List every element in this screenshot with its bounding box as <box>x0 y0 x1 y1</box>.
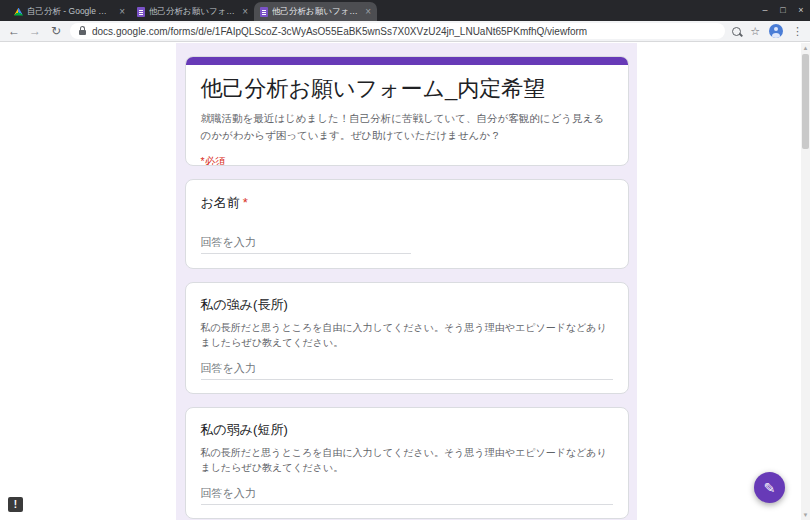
scroll-down-icon[interactable]: ▼ <box>801 510 810 520</box>
profile-avatar[interactable] <box>769 24 783 38</box>
tab-close-icon[interactable]: × <box>242 7 248 17</box>
tab-bar: 自己分析 - Google ドライブ × 他己分析お願いフォーム_内定希望 × … <box>0 0 810 21</box>
lock-icon <box>79 30 86 35</box>
tab-label: 自己分析 - Google ドライブ <box>27 6 115 18</box>
toolbar-actions: ☆ ⋮ <box>732 24 803 38</box>
question-label: お名前 <box>201 195 240 210</box>
question-label: 私の強み(長所) <box>201 296 613 314</box>
question-label: 私の弱み(短所) <box>201 421 613 439</box>
tab-close-icon[interactable]: × <box>365 7 371 17</box>
bookmark-star-icon[interactable]: ☆ <box>750 26 760 37</box>
question-card-weaknesses: 私の弱み(短所) 私の長所だと思うところを自由に入力してください。そう思う理由や… <box>185 407 629 519</box>
reload-icon[interactable]: ↻ <box>49 25 63 37</box>
alert-icon: ! <box>14 499 17 510</box>
back-icon[interactable]: ← <box>7 25 21 37</box>
required-asterisk: * <box>243 195 248 210</box>
scroll-up-icon[interactable]: ▲ <box>801 43 810 53</box>
form-description: 就職活動を最近はじめました！自己分析に苦戦していて、自分が客観的にどう見えるのか… <box>201 110 613 143</box>
page-content: 他己分析お願いフォーム_内定希望 就職活動を最近はじめました！自己分析に苦戦して… <box>0 43 810 520</box>
scrollbar-thumb[interactable] <box>802 54 809 149</box>
browser-window: 自己分析 - Google ドライブ × 他己分析お願いフォーム_内定希望 × … <box>0 0 810 520</box>
forms-favicon-icon <box>260 7 268 17</box>
tab-label: 他己分析お願いフォーム_内定希望 <box>149 6 238 18</box>
strengths-answer-input[interactable] <box>201 362 613 380</box>
question-card-strengths: 私の強み(長所) 私の長所だと思うところを自由に入力してください。そう思う理由や… <box>185 282 629 394</box>
required-note: *必須 <box>201 155 613 166</box>
minimize-button[interactable]: – <box>756 0 774 21</box>
question-card-name: お名前* <box>185 179 629 269</box>
drive-favicon-icon <box>14 8 23 16</box>
notification-badge[interactable]: ! <box>8 497 23 512</box>
name-answer-input[interactable] <box>201 236 411 254</box>
tab-form-active[interactable]: 他己分析お願いフォーム_内定希望 × <box>254 2 377 21</box>
form-header-card: 他己分析お願いフォーム_内定希望 就職活動を最近はじめました！自己分析に苦戦して… <box>185 56 629 166</box>
browser-toolbar: ← → ↻ docs.google.com/forms/d/e/1FAIpQLS… <box>0 21 810 42</box>
tab-form-1[interactable]: 他己分析お願いフォーム_内定希望 × <box>131 2 254 21</box>
address-bar[interactable]: docs.google.com/forms/d/e/1FAIpQLScoZ-3c… <box>70 23 725 39</box>
window-controls: – □ × <box>756 0 810 21</box>
tab-label: 他己分析お願いフォーム_内定希望 <box>272 6 361 18</box>
question-description: 私の長所だと思うところを自由に入力してください。そう思う理由やエピソードなどあり… <box>201 320 613 350</box>
maximize-button[interactable]: □ <box>774 0 792 21</box>
close-window-button[interactable]: × <box>792 0 810 21</box>
question-description: 私の長所だと思うところを自由に入力してください。そう思う理由やエピソードなどあり… <box>201 445 613 475</box>
pencil-icon: ✎ <box>764 480 776 496</box>
browser-menu-icon[interactable]: ⋮ <box>792 26 803 37</box>
url-text: docs.google.com/forms/d/e/1FAIpQLScoZ-3c… <box>92 26 587 37</box>
tab-drive[interactable]: 自己分析 - Google ドライブ × <box>8 2 131 21</box>
edit-form-button[interactable]: ✎ <box>754 472 785 503</box>
zoom-icon[interactable] <box>732 27 741 36</box>
forward-icon[interactable]: → <box>28 25 42 37</box>
tab-close-icon[interactable]: × <box>119 7 125 17</box>
forms-favicon-icon <box>137 7 145 17</box>
weaknesses-answer-input[interactable] <box>201 487 613 505</box>
form-title: 他己分析お願いフォーム_内定希望 <box>201 76 613 101</box>
form-column: 他己分析お願いフォーム_内定希望 就職活動を最近はじめました！自己分析に苦戦して… <box>176 43 637 520</box>
theme-color-bar <box>186 57 628 65</box>
scrollbar[interactable]: ▲ ▼ <box>801 43 810 520</box>
